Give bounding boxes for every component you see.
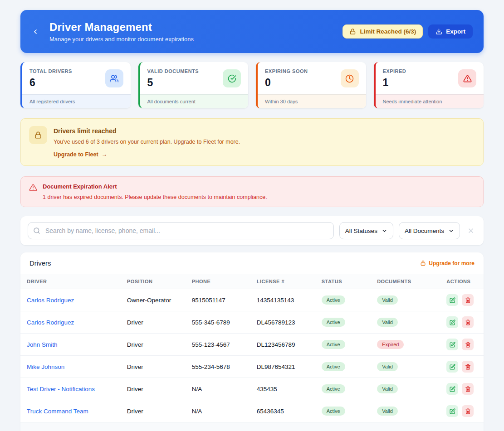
delete-driver-button[interactable] bbox=[462, 383, 474, 395]
position-cell: Owner-Operator bbox=[127, 289, 192, 311]
status-badge: Active bbox=[322, 407, 345, 416]
stat-value: 0 bbox=[265, 77, 308, 89]
column-header-position: POSITION bbox=[127, 274, 192, 289]
driver-name-link[interactable]: Carlos Rodriguez bbox=[27, 297, 74, 304]
clock-icon bbox=[341, 69, 359, 87]
page-title: Driver Management bbox=[49, 21, 194, 34]
back-button[interactable] bbox=[29, 25, 42, 39]
chevron-down-icon bbox=[448, 228, 454, 234]
download-icon bbox=[435, 28, 442, 35]
edit-icon bbox=[450, 342, 455, 348]
documents-badge: Expired bbox=[377, 340, 404, 349]
limit-banner-title: Drivers limit reached bbox=[54, 126, 240, 135]
status-filter-select[interactable]: All Statuses bbox=[339, 222, 393, 239]
edit-driver-button[interactable] bbox=[446, 383, 458, 395]
status-badge: Active bbox=[322, 362, 345, 371]
table-title: Drivers bbox=[29, 259, 51, 267]
edit-driver-button[interactable] bbox=[446, 316, 458, 328]
upgrade-for-more-link[interactable]: Upgrade for more bbox=[420, 260, 475, 266]
documents-badge: Valid bbox=[377, 407, 398, 416]
status-filter-value: All Statuses bbox=[345, 228, 377, 234]
delete-driver-button[interactable] bbox=[462, 316, 474, 328]
license-cell: DL123456789 bbox=[257, 334, 322, 356]
license-cell: 65436345 bbox=[257, 400, 322, 422]
driver-name-link[interactable]: John Smith bbox=[27, 341, 58, 348]
position-cell: Driver bbox=[127, 356, 192, 378]
documents-filter-select[interactable]: All Documents bbox=[399, 222, 460, 239]
stat-label: VALID DOCUMENTS bbox=[147, 68, 199, 74]
page-subtitle: Manage your drivers and monitor document… bbox=[49, 36, 194, 43]
phone-cell: 9515051147 bbox=[192, 289, 257, 311]
table-header-row: DRIVER POSITION PHONE LICENSE # STATUS D… bbox=[20, 274, 484, 289]
column-header-documents: DOCUMENTS bbox=[377, 274, 446, 289]
trash-icon bbox=[465, 386, 471, 392]
edit-driver-button[interactable] bbox=[446, 405, 458, 417]
phone-cell: N/A bbox=[192, 400, 257, 422]
edit-driver-button[interactable] bbox=[446, 294, 458, 306]
delete-driver-button[interactable] bbox=[462, 294, 474, 306]
table-row: Test Driver - Notifications Driver N/A 4… bbox=[20, 378, 484, 400]
edit-icon bbox=[450, 320, 455, 325]
status-badge: Active bbox=[322, 384, 345, 393]
users-icon bbox=[105, 69, 123, 87]
edit-driver-button[interactable] bbox=[446, 361, 458, 373]
documents-badge: Valid bbox=[377, 384, 398, 393]
position-cell: Driver bbox=[127, 378, 192, 400]
search-input[interactable] bbox=[28, 222, 334, 239]
column-header-actions: ACTIONS bbox=[446, 274, 484, 289]
edit-icon bbox=[450, 364, 455, 370]
documents-badge: Valid bbox=[377, 362, 398, 371]
license-cell: DL456789123 bbox=[257, 311, 322, 334]
phone-cell: 555-234-5678 bbox=[192, 356, 257, 378]
stat-value: 5 bbox=[147, 77, 199, 89]
page-header: Driver Management Manage your drivers an… bbox=[20, 10, 484, 53]
edit-icon bbox=[450, 408, 455, 414]
stat-label: TOTAL DRIVERS bbox=[29, 68, 72, 74]
delete-driver-button[interactable] bbox=[462, 361, 474, 373]
delete-driver-button[interactable] bbox=[462, 339, 474, 350]
limit-reached-label: Limit Reached (6/3) bbox=[360, 28, 416, 35]
position-cell: Driver bbox=[127, 334, 192, 356]
filter-bar: All Statuses All Documents bbox=[20, 216, 484, 245]
edit-driver-button[interactable] bbox=[446, 339, 458, 350]
driver-name-link[interactable]: Mike Johnson bbox=[27, 363, 64, 370]
upgrade-to-fleet-link[interactable]: Upgrade to Fleet → bbox=[54, 151, 107, 158]
documents-badge: Valid bbox=[377, 318, 398, 327]
alert-message: 1 driver has expired documents. Please u… bbox=[43, 194, 267, 200]
trash-icon bbox=[465, 320, 471, 325]
driver-name-link[interactable]: Test Driver - Notifications bbox=[27, 386, 95, 392]
column-header-status: STATUS bbox=[322, 274, 377, 289]
lock-icon bbox=[420, 260, 426, 266]
driver-name-link[interactable]: Truck Command Team bbox=[27, 408, 88, 415]
position-cell: Driver bbox=[127, 311, 192, 334]
table-row: Truck Command Team Driver N/A 65436345 A… bbox=[20, 400, 484, 422]
trash-icon bbox=[465, 408, 471, 414]
delete-driver-button[interactable] bbox=[462, 405, 474, 417]
driver-management-page: Driver Management Manage your drivers an… bbox=[20, 0, 484, 431]
lock-icon bbox=[349, 28, 356, 35]
drivers-table: DRIVER POSITION PHONE LICENSE # STATUS D… bbox=[20, 274, 484, 422]
table-footer bbox=[20, 422, 484, 431]
column-header-driver: DRIVER bbox=[20, 274, 127, 289]
driver-name-link[interactable]: Carlos Rodriguez bbox=[27, 319, 74, 326]
stat-label: EXPIRED bbox=[383, 68, 406, 74]
trash-icon bbox=[465, 364, 471, 370]
stat-value: 1 bbox=[383, 77, 406, 89]
limit-reached-button[interactable]: Limit Reached (6/3) bbox=[343, 24, 423, 39]
alert-title: Document Expiration Alert bbox=[43, 183, 267, 190]
phone-cell: N/A bbox=[192, 378, 257, 400]
upgrade-for-more-label: Upgrade for more bbox=[429, 260, 475, 266]
edit-icon bbox=[450, 297, 455, 303]
export-button[interactable]: Export bbox=[428, 24, 473, 39]
search-icon bbox=[33, 227, 40, 234]
chevron-down-icon bbox=[382, 228, 387, 234]
table-row: Mike Johnson Driver 555-234-5678 DL98765… bbox=[20, 356, 484, 378]
stat-card-valid-documents: VALID DOCUMENTS 5 All documents current bbox=[138, 62, 249, 108]
close-icon bbox=[467, 227, 475, 234]
stat-footer: All registered drivers bbox=[22, 94, 131, 108]
export-label: Export bbox=[446, 28, 465, 35]
lock-icon bbox=[29, 126, 47, 144]
clear-filters-button[interactable] bbox=[465, 227, 476, 234]
table-row: John Smith Driver 555-123-4567 DL1234567… bbox=[20, 334, 484, 356]
stat-card-total-drivers: TOTAL DRIVERS 6 All registered drivers bbox=[20, 62, 131, 108]
